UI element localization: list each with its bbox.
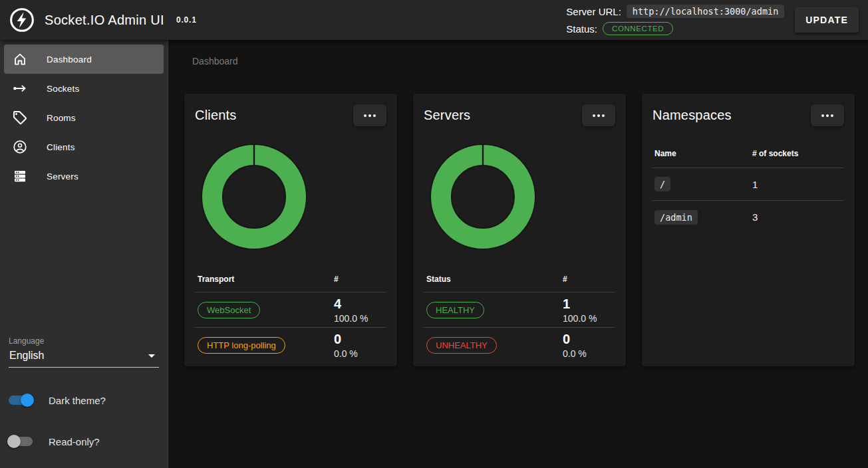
socket-arrow-icon	[12, 80, 28, 96]
ellipsis-icon	[593, 114, 595, 117]
servers-card-title: Servers	[424, 108, 470, 123]
servers-table-header: Status #	[424, 267, 615, 292]
dark-theme-toggle[interactable]	[9, 394, 33, 407]
server-url-row: Server URL: http://localhost:3000/admin	[566, 4, 784, 19]
row-count: 4	[334, 296, 386, 312]
sidebar-settings: Language English Dark theme?	[9, 336, 159, 455]
sidebar-item-clients[interactable]: Clients	[4, 132, 164, 162]
clients-donut-chart	[195, 144, 386, 250]
clients-table-header: Transport #	[195, 267, 386, 292]
header-right: Server URL: http://localhost:3000/admin …	[566, 4, 859, 37]
read-only-toggle[interactable]	[9, 435, 33, 448]
table-row: UNHEALTHY 0 0.0 %	[424, 328, 615, 363]
connection-info: Server URL: http://localhost:3000/admin …	[566, 4, 784, 37]
breadcrumb: Dashboard	[192, 53, 868, 69]
dashboard-cards: Clients	[184, 94, 868, 366]
namespaces-card-title: Namespaces	[652, 108, 732, 123]
sidebar-item-label: Rooms	[47, 113, 76, 123]
healthy-badge: HEALTHY	[426, 302, 484, 318]
sidebar-nav: Dashboard Sockets	[0, 40, 168, 191]
table-row: HTTP long-polling 0 0.0 %	[195, 328, 386, 363]
namespace-socket-count: 1	[752, 179, 844, 190]
toggle-knob	[7, 435, 21, 448]
server-url-value: http://localhost:3000/admin	[627, 5, 784, 18]
status-label: Status:	[566, 23, 597, 35]
socketio-logo-icon	[9, 7, 35, 33]
sidebar-item-label: Sockets	[47, 84, 79, 94]
namespaces-card-header: Namespaces	[652, 104, 844, 126]
body: Dashboard Sockets	[0, 40, 868, 468]
servers-table: Status # HEALTHY 1 100.0 %	[424, 267, 615, 363]
namespace-chip: /admin	[654, 210, 698, 225]
namespace-chip: /	[654, 177, 670, 191]
col-header-status: Status	[424, 275, 563, 284]
http-long-polling-badge: HTTP long-polling	[198, 337, 285, 354]
chevron-down-icon	[148, 354, 155, 358]
sidebar-item-label: Dashboard	[47, 55, 92, 64]
ellipsis-icon	[364, 114, 366, 117]
sidebar: Dashboard Sockets	[0, 40, 168, 468]
main-content: Dashboard Clients	[168, 40, 868, 468]
row-percent: 0.0 %	[563, 348, 615, 360]
read-only-toggle-row: Read-only?	[9, 428, 159, 455]
namespaces-table: Name # of sockets / 1 /admin	[652, 139, 844, 233]
namespace-socket-count: 3	[752, 211, 844, 223]
app-version: 0.0.1	[176, 15, 197, 25]
language-label: Language	[9, 336, 159, 346]
row-count: 1	[563, 296, 615, 312]
namespaces-card: Namespaces Name # of sockets	[642, 94, 855, 366]
servers-card-menu-button[interactable]	[582, 104, 615, 126]
row-percent: 100.0 %	[563, 312, 615, 324]
row-percent: 100.0 %	[334, 312, 386, 324]
sidebar-item-label: Servers	[47, 172, 78, 181]
unhealthy-badge: UNHEALTHY	[426, 337, 497, 354]
account-circle-icon	[12, 139, 28, 155]
table-row: HEALTHY 1 100.0 %	[424, 292, 615, 328]
sidebar-item-sockets[interactable]: Sockets	[4, 74, 164, 103]
brand: Socket.IO Admin UI 0.0.1	[9, 7, 197, 33]
servers-card: Servers	[413, 94, 626, 366]
table-row: / 1	[652, 168, 844, 201]
col-header-name: Name	[652, 149, 752, 158]
col-header-transport: Transport	[195, 275, 334, 284]
col-header-sockets: # of sockets	[752, 149, 844, 158]
clients-card: Clients	[184, 94, 397, 366]
read-only-label: Read-only?	[49, 436, 100, 447]
col-header-count: #	[563, 275, 615, 284]
home-icon	[12, 51, 28, 67]
tag-icon	[12, 110, 28, 126]
language-select[interactable]: English	[9, 348, 159, 368]
row-count: 0	[563, 331, 615, 347]
clients-table: Transport # WebSocket 4 100.0 %	[195, 267, 386, 363]
dark-theme-toggle-row: Dark theme?	[9, 387, 159, 413]
app-window: Socket.IO Admin UI 0.0.1 Server URL: htt…	[0, 0, 868, 468]
col-header-count: #	[334, 275, 386, 284]
row-count: 0	[334, 331, 386, 347]
update-button[interactable]: UPDATE	[795, 7, 859, 33]
status-row: Status: CONNECTED	[566, 21, 784, 37]
sidebar-item-label: Clients	[47, 142, 75, 152]
server-stack-icon	[12, 168, 28, 184]
namespaces-table-header: Name # of sockets	[652, 139, 844, 168]
row-percent: 0.0 %	[334, 348, 386, 360]
server-url-label: Server URL:	[566, 6, 621, 17]
dark-theme-label: Dark theme?	[49, 395, 106, 406]
servers-donut-chart	[424, 144, 615, 250]
toggle-knob	[21, 394, 34, 407]
table-row: /admin 3	[652, 201, 844, 233]
clients-card-menu-button[interactable]	[353, 104, 386, 126]
namespaces-card-menu-button[interactable]	[811, 104, 844, 126]
sidebar-item-servers[interactable]: Servers	[4, 162, 164, 191]
websocket-badge: WebSocket	[198, 302, 260, 318]
app-title: Socket.IO Admin UI	[45, 13, 164, 28]
sidebar-item-dashboard[interactable]: Dashboard	[4, 45, 164, 74]
sidebar-item-rooms[interactable]: Rooms	[4, 103, 164, 132]
ellipsis-icon	[821, 114, 824, 117]
clients-card-title: Clients	[195, 108, 237, 123]
table-row: WebSocket 4 100.0 %	[195, 292, 386, 328]
status-badge: CONNECTED	[603, 22, 673, 35]
clients-card-header: Clients	[195, 104, 386, 126]
servers-card-header: Servers	[424, 104, 615, 126]
language-value: English	[9, 350, 44, 362]
app-header: Socket.IO Admin UI 0.0.1 Server URL: htt…	[0, 0, 868, 40]
